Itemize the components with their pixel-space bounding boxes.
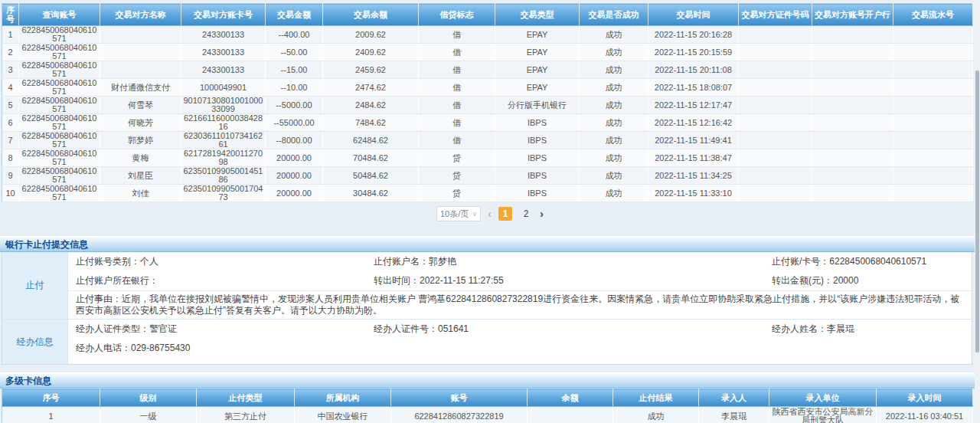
section-title-text: 多级卡信息 [5,375,51,386]
column-header: 余额 [528,389,613,407]
column-header: 交易对方证件号码 [739,4,812,26]
bank-card-stop-payment-page: 序号查询账号交易对方名称交易对方账卡号交易金额交易余额借贷标志交易类型交易是否成… [0,0,980,423]
cell: 陕西省西安市公安局高新分局刑警大队 [769,407,877,423]
cell [893,79,973,97]
column-header: 录入人 [699,389,769,407]
cell: 刘星臣 [100,167,181,185]
cell [739,44,812,61]
cell [812,97,893,114]
cell: --5000.00 [266,97,323,114]
cell [739,61,812,79]
cell: 2022-11-15 12:17:47 [648,97,739,114]
cell: 6 [2,114,19,132]
cell: 2022-11-15 11:34:25 [648,167,739,185]
next-page-button[interactable]: › [540,207,544,221]
cell: 贷 [419,185,495,202]
group-label-agent: 经办信息 [2,320,68,364]
table-row: 16228450068040610571243300133--400.00200… [2,26,973,44]
cell: 一级 [100,407,197,423]
cell: 9010713080100100033099 [181,97,266,114]
column-header: 序号 [2,4,19,26]
cell [739,26,812,44]
cell: 2022-11-15 11:49:41 [648,132,739,149]
cell: 借 [419,44,495,61]
prev-page-button[interactable]: ‹ [488,207,492,221]
cell: 李晨琨 [699,407,769,423]
cell: 借 [419,114,495,132]
cell: 借 [419,61,495,79]
cell: EPAY [495,26,580,44]
cell: EPAY [495,44,580,61]
cell: 20000.00 [266,149,323,167]
cell: 贷 [419,167,495,185]
cell: 成功 [580,79,648,97]
cell [528,407,613,423]
agent-fields-row-2: 经办人电话：029-86755430 [68,339,972,358]
cell: 2459.62 [323,61,419,79]
cell [893,114,973,132]
cell: --8000.00 [266,132,323,149]
column-header: 借贷标志 [419,4,495,26]
cell: 6228450068040610571 [19,132,100,149]
field-stop-card-number: 止付账/卡号：6228450068040610571 [772,255,972,268]
cell: 7 [2,132,19,149]
cell [812,61,893,79]
scrollbar-thumb[interactable] [975,70,979,352]
cell: 6228450068040610571 [19,97,100,114]
cell [739,97,812,114]
cell: 20000.00 [266,185,323,202]
page-button-1[interactable]: 1 [498,207,512,221]
page-size-select[interactable]: 10条/页 ∨ [436,206,481,221]
column-header: 止付结果 [613,389,699,407]
cell [812,44,893,61]
group-label-stop: 止付 [2,252,68,319]
page-button-2[interactable]: 2 [519,207,533,221]
cell [812,26,893,44]
cell: 2 [2,44,19,61]
agent-fields-row-1: 经办人证件类型：警官证 经办人证件号：051641 经办人姓名：李晨琨 [68,320,972,339]
cell: 成功 [580,97,648,114]
cell: 何晓芳 [100,114,181,132]
cell [100,44,181,61]
cell: 成功 [580,44,648,61]
cell [739,185,812,202]
field-stop-account-name: 止付账户名：郭梦艳 [374,255,772,268]
field-transfer-amount: 转出金额(元)：20000 [772,274,972,287]
cell: 1 [2,26,19,44]
cell [893,167,973,185]
table-row: 56228450068040610571何雪琴90107130801001000… [2,97,973,114]
agent-info-group: 经办信息 经办人证件类型：警官证 经办人证件号：051641 经办人姓名：李晨琨… [2,319,972,364]
section-title-multi-card: 多级卡信息 [0,372,980,389]
table-row: 106228450068040610571刘佳62350109905001704… [2,185,973,202]
cell: 1000049901 [181,79,266,97]
cell: EPAY [495,61,580,79]
cell: 6228450068040610571 [19,114,100,132]
vertical-scrollbar[interactable] [975,0,980,423]
cell: 成功 [580,132,648,149]
cell: 10 [2,185,19,202]
cell [812,114,893,132]
field-stop-account-bank: 止付账户所在银行： [76,274,374,287]
cell: 2022-11-15 20:16:28 [648,26,739,44]
cell: IBPS [495,114,580,132]
cell: 2409.62 [323,44,419,61]
cell [739,132,812,149]
cell: 6216611600003842816 [181,114,266,132]
cell: 243300133 [181,61,266,79]
cell: 成功 [580,114,648,132]
cell [100,26,181,44]
cell: 财付通微信支付 [100,79,181,97]
cell [893,132,973,149]
table-row: 46228450068040610571财付通微信支付1000049901--1… [2,79,973,97]
cell: --15.00 [266,61,323,79]
cell: --400.00 [266,26,323,44]
cell [739,79,812,97]
cell: --50.00 [266,44,323,61]
cell: 2022-11-15 11:33:10 [648,185,739,202]
cell: 2022-11-16 03:40:51 [877,407,973,423]
cell: IBPS [495,185,580,202]
cell: 50484.62 [323,167,419,185]
table-row: 86228450068040610571黄梅621728194200112709… [2,149,973,167]
field-agent-id-number: 经办人证件号：051641 [374,323,772,336]
cell [893,44,973,61]
